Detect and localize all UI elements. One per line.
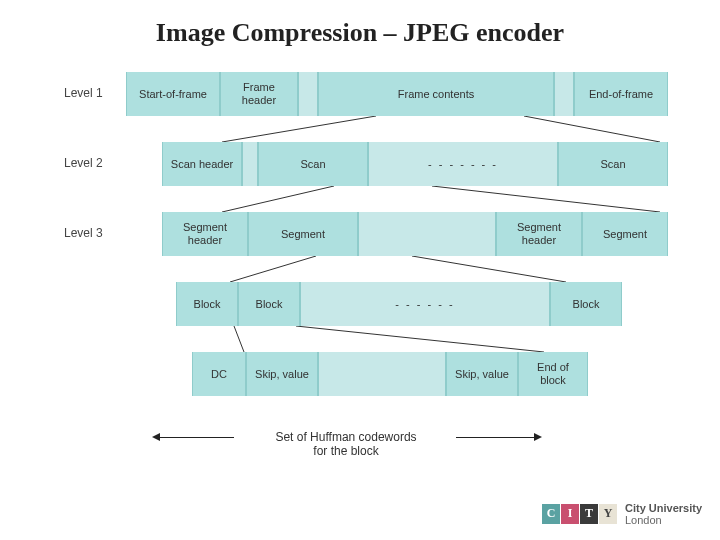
level-label: Level 2 bbox=[64, 156, 120, 170]
row-level-5: DC Skip, value Skip, value End of block bbox=[68, 352, 668, 396]
logo-tile: T bbox=[580, 504, 598, 524]
arrow-line-right bbox=[456, 437, 534, 438]
cell-dc: DC bbox=[192, 352, 246, 396]
cell-spacer bbox=[242, 142, 258, 186]
logo-tile: C bbox=[542, 504, 560, 524]
lane-level-3: Segment header Segment Segment header Se… bbox=[162, 212, 668, 256]
university-logo: C I T Y City University London bbox=[542, 502, 702, 526]
cell-frame-contents: Frame contents bbox=[318, 72, 554, 116]
cell-block: Block bbox=[238, 282, 300, 326]
cell-spacer bbox=[318, 352, 446, 396]
lane-level-2: Scan header Scan - - - - - - - Scan bbox=[162, 142, 668, 186]
cell-segment: Segment bbox=[248, 212, 358, 256]
diagram: Level 1 Start-of-frame Frame header Fram… bbox=[68, 72, 668, 404]
cell-spacer bbox=[554, 72, 574, 116]
cell-scan-header: Scan header bbox=[162, 142, 242, 186]
cell-spacer bbox=[358, 212, 496, 256]
cell-start-of-frame: Start-of-frame bbox=[126, 72, 220, 116]
row-level-2: Level 2 Scan header Scan - - - - - - - S… bbox=[68, 142, 668, 186]
arrow-line-left bbox=[158, 437, 234, 438]
cell-skip-value: Skip, value bbox=[446, 352, 518, 396]
arrow-right-icon bbox=[534, 433, 542, 441]
cell-scan: Scan bbox=[258, 142, 368, 186]
lane-level-4: Block Block - - - - - - Block bbox=[176, 282, 622, 326]
row-level-1: Level 1 Start-of-frame Frame header Fram… bbox=[68, 72, 668, 116]
row-level-3: Level 3 Segment header Segment Segment h… bbox=[68, 212, 668, 256]
level-label: Level 1 bbox=[64, 86, 120, 100]
cell-scan: Scan bbox=[558, 142, 668, 186]
cell-ellipsis: - - - - - - - bbox=[368, 142, 558, 186]
cell-segment-header: Segment header bbox=[162, 212, 248, 256]
level-label: Level 3 bbox=[64, 226, 120, 240]
footer-caption: Set of Huffman codewords for the block bbox=[236, 430, 456, 458]
row-level-4: Block Block - - - - - - Block bbox=[68, 282, 668, 326]
logo-text: City University London bbox=[625, 502, 702, 526]
cell-block: Block bbox=[550, 282, 622, 326]
cell-segment-header: Segment header bbox=[496, 212, 582, 256]
lane-level-1: Start-of-frame Frame header Frame conten… bbox=[126, 72, 668, 116]
cell-frame-header: Frame header bbox=[220, 72, 298, 116]
cell-end-of-frame: End-of-frame bbox=[574, 72, 668, 116]
cell-end-of-block: End of block bbox=[518, 352, 588, 396]
cell-segment: Segment bbox=[582, 212, 668, 256]
logo-tiles: C I T Y bbox=[542, 504, 617, 524]
cell-skip-value: Skip, value bbox=[246, 352, 318, 396]
cell-spacer bbox=[298, 72, 318, 116]
logo-tile: Y bbox=[599, 504, 617, 524]
arrow-left-icon bbox=[152, 433, 160, 441]
cell-block: Block bbox=[176, 282, 238, 326]
cell-ellipsis: - - - - - - bbox=[300, 282, 550, 326]
lane-level-5: DC Skip, value Skip, value End of block bbox=[192, 352, 588, 396]
logo-tile: I bbox=[561, 504, 579, 524]
page-title: Image Compression – JPEG encoder bbox=[0, 0, 720, 48]
